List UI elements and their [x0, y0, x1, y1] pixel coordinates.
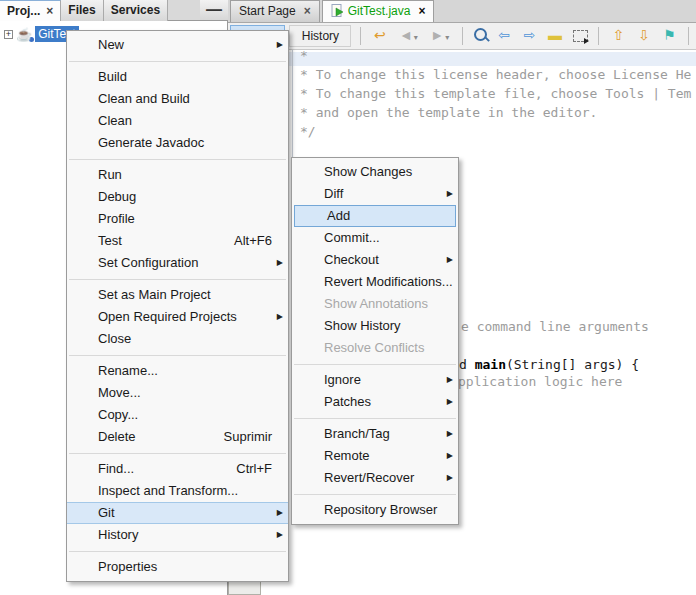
find-selection-icon[interactable] [471, 26, 489, 46]
code-fragment: e command line arguments [461, 319, 649, 334]
code-fragment: pplication logic here [458, 374, 622, 389]
menu-item-move[interactable]: Move... [67, 382, 288, 404]
menu-item-debug[interactable]: Debug [67, 186, 288, 208]
menu-item-branch-tag[interactable]: Branch/Tag▶ [292, 423, 458, 445]
close-icon[interactable]: × [418, 4, 425, 18]
code-line: * and open the template in the editor. [300, 105, 597, 120]
shortcut-label: Suprimir [224, 426, 272, 448]
menu-item-remote[interactable]: Remote▶ [292, 445, 458, 467]
rectangular-selection-icon[interactable] [570, 26, 590, 46]
menu-item-rename[interactable]: Rename... [67, 360, 288, 382]
expand-icon[interactable]: + [4, 30, 13, 39]
history-view-button[interactable]: History [289, 25, 351, 47]
menu-item-new[interactable]: New▶ [67, 34, 288, 56]
minimize-icon[interactable]: — [200, 0, 228, 20]
toggle-bookmark-icon[interactable]: ⚑ [659, 26, 680, 46]
menu-separator [292, 489, 458, 499]
last-edit-position-icon[interactable]: ↩ [369, 26, 390, 46]
menu-separator [67, 448, 288, 458]
menu-item-show-changes[interactable]: Show Changes [292, 161, 458, 183]
submenu-arrow-icon: ▶ [277, 502, 283, 524]
shortcut-label: Ctrl+F [236, 458, 272, 480]
menu-separator [67, 56, 288, 66]
close-icon[interactable]: × [46, 4, 53, 18]
java-project-icon: ☕ [16, 27, 32, 42]
code-line: * To change this license header, choose … [300, 67, 691, 82]
menu-item-repository-browser[interactable]: Repository Browser [292, 499, 458, 521]
menu-item-copy[interactable]: Copy... [67, 404, 288, 426]
menu-item-diff[interactable]: Diff▶ [292, 183, 458, 205]
java-file-icon [331, 3, 344, 24]
menu-item-generate-javadoc[interactable]: Generate Javadoc [67, 132, 288, 154]
code-line: * [300, 48, 308, 63]
menu-item-revert-modifications[interactable]: Revert Modifications... [292, 271, 458, 293]
next-bookmark-icon[interactable]: ⇩ [633, 26, 654, 46]
tab-files[interactable]: Files [61, 0, 103, 21]
left-panel-tab-bar: Proj...× Files Services — [0, 0, 228, 21]
menu-item-checkout[interactable]: Checkout▶ [292, 249, 458, 271]
menu-item-resolve-conflicts: Resolve Conflicts [292, 337, 458, 359]
menu-item-inspect-and-transform[interactable]: Inspect and Transform... [67, 480, 288, 502]
code-line: */ [300, 124, 316, 139]
current-line-highlight [228, 52, 696, 66]
tab-start-page[interactable]: Start Page× [230, 0, 320, 22]
menu-item-commit[interactable]: Commit... [292, 227, 458, 249]
toolbar-separator [360, 27, 361, 45]
menu-item-open-required-projects[interactable]: Open Required Projects▶ [67, 306, 288, 328]
menu-item-set-configuration[interactable]: Set Configuration▶ [67, 252, 288, 274]
menu-item-revert-recover[interactable]: Revert/Recover▶ [292, 467, 458, 489]
find-previous-icon[interactable]: ⇦ [494, 26, 515, 46]
menu-item-delete[interactable]: DeleteSuprimir [67, 426, 288, 448]
menu-item-history[interactable]: History▶ [67, 524, 288, 546]
menu-item-clean[interactable]: Clean [67, 110, 288, 132]
tab-services[interactable]: Services [104, 0, 168, 21]
submenu-arrow-icon: ▶ [277, 34, 283, 56]
submenu-arrow-icon: ▶ [277, 306, 283, 328]
menu-item-build[interactable]: Build [67, 66, 288, 88]
menu-separator [292, 413, 458, 423]
project-context-menu: New▶ Build Clean and Build Clean Generat… [66, 30, 289, 582]
menu-separator [67, 154, 288, 164]
menu-item-clean-and-build[interactable]: Clean and Build [67, 88, 288, 110]
menu-separator [292, 359, 458, 369]
forward-icon[interactable]: ►▾ [426, 26, 453, 46]
submenu-arrow-icon: ▶ [447, 391, 453, 413]
tab-gittest-java[interactable]: GitTest.java× [322, 0, 435, 22]
editor-toolbar: Source History ↩ ◄▾ ►▾ ⇦ ⇨ ▬ ⇧ ⇩ ⚑ ⇤ ⇥ ● [228, 23, 696, 50]
back-icon[interactable]: ◄▾ [395, 26, 422, 46]
menu-item-patches[interactable]: Patches▶ [292, 391, 458, 413]
toolbar-separator [462, 27, 463, 45]
code-fragment: d main(String[] args) { [459, 357, 639, 372]
menu-item-git[interactable]: Git▶ [67, 502, 288, 524]
menu-separator [67, 274, 288, 284]
tab-projects[interactable]: Proj...× [0, 0, 61, 21]
find-next-icon[interactable]: ⇨ [519, 26, 540, 46]
menu-item-add[interactable]: Add [294, 205, 456, 227]
menu-separator [67, 350, 288, 360]
dropdown-caret-icon[interactable]: ▾ [414, 33, 418, 42]
submenu-arrow-icon: ▶ [277, 252, 283, 274]
submenu-arrow-icon: ▶ [447, 183, 453, 205]
menu-item-properties[interactable]: Properties [67, 556, 288, 578]
menu-item-show-annotations: Show Annotations [292, 293, 458, 315]
submenu-arrow-icon: ▶ [447, 249, 453, 271]
menu-item-find[interactable]: Find...Ctrl+F [67, 458, 288, 480]
menu-item-set-as-main-project[interactable]: Set as Main Project [67, 284, 288, 306]
menu-item-show-history[interactable]: Show History [292, 315, 458, 337]
menu-item-close[interactable]: Close [67, 328, 288, 350]
menu-item-test[interactable]: TestAlt+F6 [67, 230, 288, 252]
toggle-highlight-icon[interactable]: ▬ [545, 26, 566, 46]
submenu-arrow-icon: ▶ [277, 524, 283, 546]
previous-bookmark-icon[interactable]: ⇧ [608, 26, 629, 46]
git-submenu: Show Changes Diff▶ Add Commit... Checkou… [291, 157, 459, 525]
shortcut-label: Alt+F6 [234, 230, 272, 252]
editor-gutter-line [292, 50, 293, 160]
toolbar-separator [598, 27, 599, 45]
menu-item-run[interactable]: Run [67, 164, 288, 186]
dropdown-caret-icon[interactable]: ▾ [445, 33, 449, 42]
menu-item-ignore[interactable]: Ignore▶ [292, 369, 458, 391]
toolbar-separator [688, 27, 689, 45]
close-icon[interactable]: × [304, 4, 311, 18]
submenu-arrow-icon: ▶ [447, 467, 453, 489]
menu-item-profile[interactable]: Profile [67, 208, 288, 230]
